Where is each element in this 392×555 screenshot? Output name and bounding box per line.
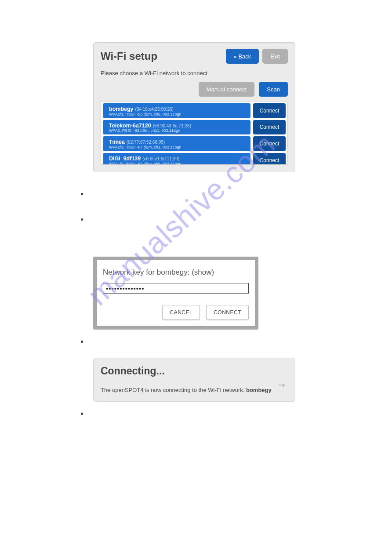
network-info[interactable]: bombegy(04:16:e4:26:90:26) WPA2/3, RSSI:… [103, 103, 250, 118]
exit-button[interactable]: Exit [262, 49, 288, 64]
wifi-setup-subtitle: Please choose a Wi-Fi network to connect… [101, 70, 288, 76]
network-row: bombegy(04:16:e4:26:90:26) WPA2/3, RSSI:… [103, 103, 286, 118]
network-mac: (c0:9f:e1:9d:11:39) [142, 156, 179, 161]
password-dialog-title: Network key for bombegy: (show) [103, 268, 249, 277]
network-row: Telekom-6a7120(58:90:43:6e:71:26) WPA2, … [103, 120, 286, 135]
connecting-title: Connecting... [101, 365, 288, 377]
network-name: DIGI_9df139 [109, 156, 141, 162]
network-mac: (02:77:87:52:68:95) [127, 140, 165, 145]
network-name: bombegy [109, 106, 134, 112]
password-dialog: Network key for bombegy: (show) CANCEL C… [93, 257, 258, 330]
scan-button[interactable]: Scan [259, 82, 288, 97]
connecting-panel: Connecting... The openSPOT4 is now conne… [93, 358, 295, 402]
network-detail: WPA2/3, RSSI: -53 dBm, ch6, 802.11bgn [109, 112, 246, 117]
network-mac: (04:16:e4:26:90:26) [135, 107, 174, 112]
list-bullet [88, 337, 316, 345]
network-mac: (58:90:43:6e:71:26) [153, 123, 191, 128]
list-bullet [88, 410, 316, 417]
wifi-setup-title: Wi-Fi setup [101, 50, 222, 62]
network-connect-button[interactable]: Connect [253, 120, 286, 135]
network-detail: WPA1/2, RSSI: -88 dBm, ch8, 802.11bgn [109, 162, 246, 165]
wifi-setup-panel: Wi-Fi setup « Back Exit Please choose a … [93, 42, 295, 172]
network-detail: WPA2/3, RSSI: -87 dBm, ch1, 802.11bgn [109, 145, 246, 150]
network-row: DIGI_9df139(c0:9f:e1:9d:11:39) WPA1/2, R… [103, 153, 286, 165]
network-info[interactable]: Telekom-6a7120(58:90:43:6e:71:26) WPA2, … [103, 120, 250, 135]
network-key-input[interactable] [103, 283, 249, 294]
network-list[interactable]: bombegy(04:16:e4:26:90:26) WPA2/3, RSSI:… [101, 101, 288, 165]
network-name: Telekom-6a7120 [109, 123, 151, 129]
list-bullet [88, 215, 316, 223]
document-steps-list: Wi-Fi setup « Back Exit Please choose a … [88, 47, 316, 435]
network-connect-button[interactable]: Connect [253, 153, 286, 165]
loading-spinner-icon [279, 383, 285, 387]
network-row: Timea(02:77:87:52:68:95) WPA2/3, RSSI: -… [103, 136, 286, 151]
network-info[interactable]: Timea(02:77:87:52:68:95) WPA2/3, RSSI: -… [103, 136, 250, 151]
network-detail: WPA2, RSSI: -82 dBm, ch11, 802.11bgn [109, 129, 246, 133]
network-info[interactable]: DIGI_9df139(c0:9f:e1:9d:11:39) WPA1/2, R… [103, 153, 250, 165]
list-bullet [88, 190, 316, 198]
connecting-text: The openSPOT4 is now connecting to the W… [101, 387, 288, 393]
back-button[interactable]: « Back [226, 49, 259, 64]
network-name: Timea [109, 139, 125, 145]
network-connect-button[interactable]: Connect [253, 103, 286, 118]
manual-connect-button[interactable]: Manual connect [199, 82, 255, 97]
dialog-connect-button[interactable]: CONNECT [206, 305, 249, 320]
dialog-cancel-button[interactable]: CANCEL [162, 305, 200, 320]
network-connect-button[interactable]: Connect [253, 136, 286, 151]
